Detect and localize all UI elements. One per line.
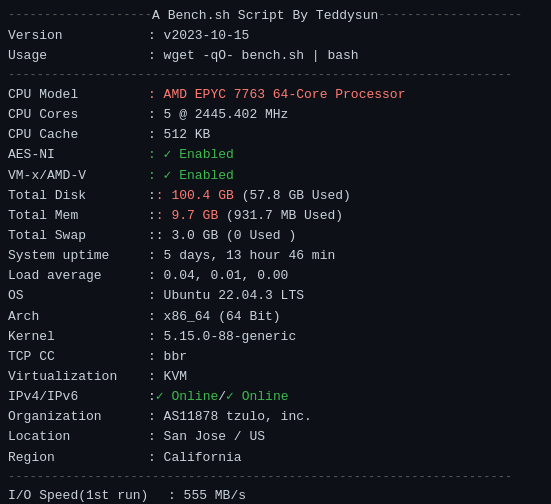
ipv4-label: IPv4/IPv6 xyxy=(8,387,148,407)
banner-row: -------------------- A Bench.sh Script B… xyxy=(8,6,543,26)
org-row: Organization : AS11878 tzulo, inc. xyxy=(8,407,543,427)
region-value: : California xyxy=(148,448,242,468)
location-row: Location : San Jose / US xyxy=(8,427,543,447)
total-disk-used: (57.8 GB Used) xyxy=(234,186,351,206)
divider-1: ----------------------------------------… xyxy=(8,66,543,85)
location-label: Location xyxy=(8,427,148,447)
version-label: Version xyxy=(8,26,148,46)
tcp-cc-row: TCP CC : bbr xyxy=(8,347,543,367)
system-uptime-value: : 5 days, 13 hour 46 min xyxy=(148,246,335,266)
load-average-label: Load average xyxy=(8,266,148,286)
total-swap-colon: : xyxy=(148,226,156,246)
total-mem-value: : 9.7 GB xyxy=(156,206,218,226)
total-mem-colon: : xyxy=(148,206,156,226)
virtualization-row: Virtualization : KVM xyxy=(8,367,543,387)
total-mem-used: (931.7 MB Used) xyxy=(218,206,343,226)
usage-row: Usage : wget -qO- bench.sh | bash xyxy=(8,46,543,66)
vmx-row: VM-x/AMD-V : ✓ Enabled xyxy=(8,166,543,186)
arch-row: Arch : x86_64 (64 Bit) xyxy=(8,307,543,327)
load-average-value: : 0.04, 0.01, 0.00 xyxy=(148,266,288,286)
banner-end: -------------------- xyxy=(378,6,522,26)
tcp-cc-label: TCP CC xyxy=(8,347,148,367)
version-row: Version : v2023-10-15 xyxy=(8,26,543,46)
ipv6-check: ✓ Online xyxy=(226,387,288,407)
ipv4-row: IPv4/IPv6 : ✓ Online / ✓ Online xyxy=(8,387,543,407)
ipv4-check: ✓ Online xyxy=(156,387,218,407)
cpu-model-row: CPU Model : AMD EPYC 7763 64-Core Proces… xyxy=(8,85,543,105)
os-value: : Ubuntu 22.04.3 LTS xyxy=(148,286,304,306)
aes-ni-row: AES-NI : ✓ Enabled xyxy=(8,145,543,165)
total-mem-row: Total Mem : : 9.7 GB (931.7 MB Used) xyxy=(8,206,543,226)
vmx-value: : ✓ Enabled xyxy=(148,166,234,186)
cpu-cores-label: CPU Cores xyxy=(8,105,148,125)
cpu-cache-row: CPU Cache : 512 KB xyxy=(8,125,543,145)
os-label: OS xyxy=(8,286,148,306)
region-row: Region : California xyxy=(8,448,543,468)
kernel-value: : 5.15.0-88-generic xyxy=(148,327,296,347)
virtualization-value: : KVM xyxy=(148,367,187,387)
total-swap-used: (0 Used ) xyxy=(218,226,296,246)
cpu-cores-value: : 5 @ 2445.402 MHz xyxy=(148,105,288,125)
total-disk-value: : 100.4 GB xyxy=(156,186,234,206)
cpu-cores-row: CPU Cores : 5 @ 2445.402 MHz xyxy=(8,105,543,125)
cpu-cache-value: : 512 KB xyxy=(148,125,210,145)
io1-value: : 555 MB/s xyxy=(168,486,246,504)
region-label: Region xyxy=(8,448,148,468)
terminal: -------------------- A Bench.sh Script B… xyxy=(0,0,551,504)
cpu-cache-label: CPU Cache xyxy=(8,125,148,145)
aes-ni-label: AES-NI xyxy=(8,145,148,165)
org-label: Organization xyxy=(8,407,148,427)
virtualization-label: Virtualization xyxy=(8,367,148,387)
total-mem-label: Total Mem xyxy=(8,206,148,226)
total-swap-row: Total Swap : : 3.0 GB (0 Used ) xyxy=(8,226,543,246)
total-disk-label: Total Disk xyxy=(8,186,148,206)
total-disk-colon: : xyxy=(148,186,156,206)
load-average-row: Load average : 0.04, 0.01, 0.00 xyxy=(8,266,543,286)
cpu-model-label: CPU Model xyxy=(8,85,148,105)
total-swap-label: Total Swap xyxy=(8,226,148,246)
kernel-label: Kernel xyxy=(8,327,148,347)
arch-label: Arch xyxy=(8,307,148,327)
version-value: : v2023-10-15 xyxy=(148,26,249,46)
total-swap-value: : 3.0 GB xyxy=(156,226,218,246)
aes-ni-value: : ✓ Enabled xyxy=(148,145,234,165)
banner-start: -------------------- xyxy=(8,6,152,26)
location-value: : San Jose / US xyxy=(148,427,265,447)
os-row: OS : Ubuntu 22.04.3 LTS xyxy=(8,286,543,306)
usage-value: : wget -qO- bench.sh | bash xyxy=(148,46,359,66)
total-disk-row: Total Disk : : 100.4 GB (57.8 GB Used) xyxy=(8,186,543,206)
ipv4-colon: : xyxy=(148,387,156,407)
ipv4-separator: / xyxy=(218,387,226,407)
io1-label: I/O Speed(1st run) xyxy=(8,486,168,504)
org-value: : AS11878 tzulo, inc. xyxy=(148,407,312,427)
system-uptime-row: System uptime : 5 days, 13 hour 46 min xyxy=(8,246,543,266)
kernel-row: Kernel : 5.15.0-88-generic xyxy=(8,327,543,347)
io1-row: I/O Speed(1st run) : 555 MB/s xyxy=(8,486,543,504)
tcp-cc-value: : bbr xyxy=(148,347,187,367)
vmx-label: VM-x/AMD-V xyxy=(8,166,148,186)
system-uptime-label: System uptime xyxy=(8,246,148,266)
arch-value: : x86_64 (64 Bit) xyxy=(148,307,281,327)
usage-label: Usage xyxy=(8,46,148,66)
divider-2: ----------------------------------------… xyxy=(8,468,543,487)
cpu-model-value: : AMD EPYC 7763 64-Core Processor xyxy=(148,85,405,105)
banner-title: A Bench.sh Script By Teddysun xyxy=(152,6,378,26)
